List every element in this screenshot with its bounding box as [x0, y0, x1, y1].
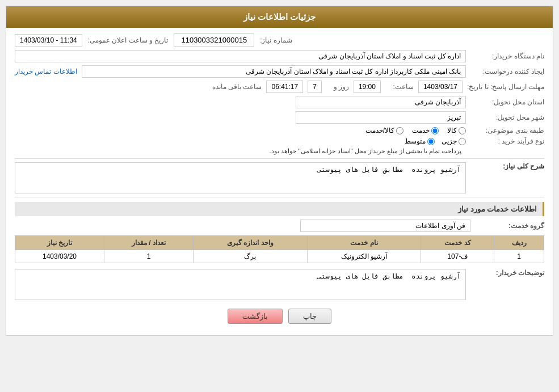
- category-radio-kala-input[interactable]: [459, 127, 466, 134]
- table-cell-name: آرشیو الکترونیک: [307, 250, 421, 263]
- city-row: شهر محل تحویل: تبریز: [15, 111, 544, 124]
- proc-radio-jazei-input[interactable]: [459, 138, 466, 145]
- col-qty: تعداد / مقدار: [104, 236, 194, 250]
- table-row: 1ف-107آرشیو الکترونیکبرگ11403/03/20: [15, 250, 544, 263]
- proc-jazei-label: جزیی: [442, 137, 457, 145]
- announce-no-value: 1103003321000015: [174, 33, 254, 47]
- table-cell-qty: 1: [104, 250, 194, 263]
- description-textarea[interactable]: [15, 162, 466, 193]
- table-cell-row: 1: [494, 250, 544, 263]
- buyer-desc-label: توضیحات خریدار:: [470, 269, 544, 277]
- announce-no-label: شماره نیاز:: [260, 36, 292, 44]
- proc-type-row: نوع فرآیند خرید : جزیی متوسط پرداخت تمام…: [15, 137, 544, 155]
- group-label: گروه خدمت:: [470, 222, 544, 230]
- table-cell-code: ف-107: [421, 250, 494, 263]
- proc-description: پرداخت تمام یا بخشی از مبلغ خریداز محل "…: [269, 147, 461, 155]
- org-value: اداره کل ثبت اسناد و املاک استان آذربایج…: [15, 50, 466, 62]
- org-row: نام دستگاه خریدار: اداره کل ثبت اسناد و …: [15, 50, 544, 62]
- panel-body: شماره نیاز: 1103003321000015 تاریخ و ساع…: [6, 28, 553, 335]
- province-row: استان محل تحویل: آذربایجان شرقی: [15, 96, 544, 108]
- category-kala-label: کالا: [447, 127, 457, 134]
- col-code: کد خدمت: [421, 236, 494, 250]
- deadline-time-label: ساعت:: [385, 83, 414, 91]
- panel-title: جزئیات اطلاعات نیاز: [243, 12, 316, 22]
- services-table: ردیف کد خدمت نام خدمت واحد اندازه گیری ت…: [15, 235, 544, 263]
- category-radio-kala-khedmat-input[interactable]: [396, 127, 404, 134]
- print-button[interactable]: چاپ: [288, 309, 331, 324]
- divider-1: [15, 158, 544, 159]
- category-radio-kala-khedmat[interactable]: کالا/خدمت: [365, 127, 404, 134]
- province-value: آذربایجان شرقی: [296, 96, 466, 108]
- category-radio-kala[interactable]: کالا: [447, 127, 466, 134]
- col-name: نام خدمت: [307, 236, 421, 250]
- proc-motovaset-label: متوسط: [405, 137, 426, 145]
- col-row: ردیف: [494, 236, 544, 250]
- table-cell-date: 1403/03/20: [15, 250, 104, 263]
- deadline-days: 7: [308, 81, 322, 93]
- description-section-label: شرح کلی نیاز:: [470, 162, 544, 170]
- col-unit: واحد اندازه گیری: [193, 236, 307, 250]
- date-value: 1403/03/10 - 11:34: [15, 34, 82, 47]
- back-button[interactable]: بازگشت: [228, 309, 283, 324]
- category-khedmat-label: خدمت: [412, 127, 430, 134]
- services-section-title: اطلاعات خدمات مورد نیاز: [15, 202, 544, 216]
- deadline-date: 1403/03/17: [418, 81, 463, 93]
- deadline-remaining-label: ساعت باقی مانده: [212, 83, 262, 91]
- creator-value: بانک امینی ملکی کاربرداز اداره کل ثبت اس…: [82, 65, 466, 78]
- proc-radios: جزیی متوسط: [269, 137, 466, 145]
- table-body: 1ف-107آرشیو الکترونیکبرگ11403/03/20: [15, 250, 544, 263]
- province-label: استان محل تحویل:: [470, 98, 544, 106]
- deadline-time: 19:00: [354, 81, 381, 93]
- page-wrapper: جزئیات اطلاعات نیاز شماره نیاز: 11030033…: [0, 0, 559, 392]
- description-row: شرح کلی نیاز:: [15, 162, 544, 193]
- btn-row: چاپ بازگشت: [15, 309, 544, 324]
- category-radio-khedmat[interactable]: خدمت: [412, 127, 439, 134]
- category-row: طبقه بندی موضوعی: کالا خدمت کالا/خدمت: [15, 127, 544, 134]
- col-date: تاریخ نیاز: [15, 236, 104, 250]
- top-info-row: شماره نیاز: 1103003321000015 تاریخ و ساع…: [15, 33, 544, 47]
- category-options: کالا خدمت کالا/خدمت: [365, 127, 466, 134]
- deadline-label: مهلت ارسال پاسخ: تا تاریخ:: [467, 83, 544, 91]
- proc-type-label: نوع فرآیند خرید :: [470, 137, 544, 145]
- table-cell-unit: برگ: [193, 250, 307, 263]
- panel-header: جزئیات اطلاعات نیاز: [6, 6, 553, 28]
- category-kala-khedmat-label: کالا/خدمت: [365, 127, 394, 134]
- date-label: تاریخ و ساعت اعلان عمومی:: [88, 36, 169, 44]
- creator-row: ایجاد کننده درخواست: بانک امینی ملکی کار…: [15, 65, 544, 78]
- buyer-desc-row: توضیحات خریدار:: [15, 269, 544, 300]
- city-label: شهر محل تحویل:: [470, 113, 544, 121]
- category-radio-khedmat-input[interactable]: [431, 127, 439, 134]
- divider-2: [15, 197, 544, 197]
- proc-radio-motovaset[interactable]: متوسط: [405, 137, 435, 145]
- buyer-desc-textarea[interactable]: [15, 269, 466, 300]
- proc-type-group: جزیی متوسط پرداخت تمام یا بخشی از مبلغ خ…: [269, 137, 466, 155]
- contact-link[interactable]: اطلاعات تماس خریدار: [15, 68, 77, 75]
- city-value: تبریز: [296, 111, 466, 124]
- main-panel: جزئیات اطلاعات نیاز شماره نیاز: 11030033…: [6, 6, 553, 336]
- category-label: طبقه بندی موضوعی:: [470, 127, 544, 134]
- group-row: گروه خدمت: فن آوری اطلاعات: [15, 220, 544, 232]
- deadline-row: مهلت ارسال پاسخ: تا تاریخ: 1403/03/17 سا…: [15, 81, 544, 93]
- table-header-row: ردیف کد خدمت نام خدمت واحد اندازه گیری ت…: [15, 236, 544, 250]
- table-header: ردیف کد خدمت نام خدمت واحد اندازه گیری ت…: [15, 236, 544, 250]
- org-label: نام دستگاه خریدار:: [470, 52, 544, 60]
- deadline-days-label: روز و: [326, 83, 349, 91]
- creator-label: ایجاد کننده درخواست:: [470, 68, 544, 75]
- deadline-remaining: 06:41:17: [266, 81, 303, 93]
- proc-radio-motovaset-input[interactable]: [427, 138, 435, 145]
- group-value: فن آوری اطلاعات: [300, 220, 470, 232]
- proc-radio-jazei[interactable]: جزیی: [442, 137, 466, 145]
